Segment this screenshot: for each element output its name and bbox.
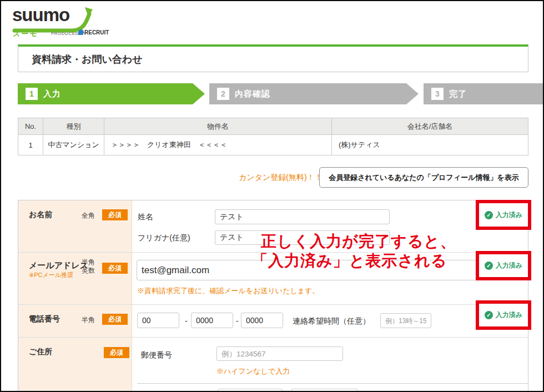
step-label: 内容確認 <box>235 89 270 99</box>
table-row: 1 中古マンション ＞＞＞＞ クリオ東神田 ＜＜＜＜ (株)サティス <box>18 135 528 155</box>
step-number: 1 <box>26 88 38 100</box>
step-confirm: 2 内容確認 <box>209 83 419 104</box>
phone-part2-input[interactable] <box>191 313 233 328</box>
step-complete: 3 完了 <box>424 83 544 104</box>
check-circle-icon: ✓ <box>485 211 493 219</box>
address-divider <box>137 383 528 384</box>
step-label: 入力 <box>43 89 61 99</box>
email-label-cell: メールアドレス ※PCメール推奨 半角 英数 必須 <box>18 253 132 304</box>
annotation-line2: 「入力済み」と表示される <box>252 250 447 272</box>
zip-input[interactable] <box>216 346 343 361</box>
easy-register-promo: カンタン登録(無料)！！ <box>239 168 323 187</box>
phone-part3-input[interactable] <box>241 313 283 328</box>
col-company: 会社名/店舗名 <box>332 118 528 135</box>
done-badge-label: 入力済み <box>496 261 522 270</box>
email-pc-note: ※PCメール推奨 <box>29 271 73 279</box>
check-circle-icon: ✓ <box>485 311 493 319</box>
phone-row: 電話番号 半角 必須 - - 連絡希望時間（任意） <box>18 305 528 338</box>
cell-type: 中古マンション <box>43 135 104 155</box>
family-name-label: 姓名 <box>138 212 153 222</box>
email-format-2: 英数 <box>82 266 95 275</box>
recruit-label: RECRUIT <box>84 29 109 36</box>
phone-separator: - <box>236 316 239 325</box>
cell-no: 1 <box>18 135 43 155</box>
step-number: 2 <box>217 88 229 100</box>
progress-steps: 1 入力 2 内容確認 3 完了 <box>18 83 528 104</box>
show-profile-button[interactable]: 会員登録されているあなたの「プロフィール情報」を表示 <box>319 167 528 188</box>
done-badge-label: 入力済み <box>496 310 522 320</box>
name-label: お名前 <box>29 210 52 220</box>
email-confirm-note: ※資料請求完了後に、確認メールをお送りいたします。 <box>137 286 319 296</box>
suumo-logo[interactable]: suumo スーモ PRODUCED BY RECRUIT <box>11 4 117 38</box>
page-title-box: 資料請求・お問い合わせ <box>18 44 528 72</box>
inquiry-form: お名前 全角 必須 姓名 フリガナ(任意) メールアドレス ※PCメール推奨 半… <box>18 200 528 392</box>
phone-label: 電話番号 <box>29 314 60 324</box>
property-table: No. 種別 物件名 会社名/店舗名 1 中古マンション ＞＞＞＞ クリオ東神田… <box>18 118 528 155</box>
phone-field-cell: - - 連絡希望時間（任意） <box>132 305 528 337</box>
required-badge: 必須 <box>104 347 129 358</box>
contact-time-input[interactable] <box>380 313 431 328</box>
zip-note: ※ハイフンなしで入力 <box>216 366 290 376</box>
contact-time-label: 連絡希望時間（任意） <box>293 316 370 326</box>
city-select[interactable] <box>291 389 358 392</box>
col-type: 種別 <box>43 118 104 135</box>
required-badge: 必須 <box>102 263 128 274</box>
annotation-line1: 正しく入力が完了すると、 <box>261 231 456 252</box>
done-badge-label: 入力済み <box>496 210 522 220</box>
name-format: 全角 <box>82 211 95 220</box>
kana-label: フリガナ(任意) <box>138 233 190 243</box>
col-no: No. <box>18 118 43 135</box>
done-highlight-name: ✓ 入力済み <box>476 200 531 230</box>
name-label-cell: お名前 全角 必須 <box>18 200 132 252</box>
cell-company: (株)サティス <box>332 135 528 155</box>
brand-wordmark: suumo <box>12 4 69 26</box>
suumo-inquiry-page: suumo スーモ PRODUCED BY RECRUIT 資料請求・お問い合わ… <box>0 0 544 392</box>
phone-format: 半角 <box>82 315 95 325</box>
page-title: 資料請求・お問い合わせ <box>32 53 143 66</box>
property-table-header: No. 種別 物件名 会社名/店舗名 <box>18 118 528 135</box>
brand-kana: スーモ <box>13 29 38 39</box>
phone-separator: - <box>185 316 188 325</box>
phone-label-cell: 電話番号 半角 必須 <box>18 305 132 337</box>
email-label: メールアドレス <box>29 260 88 271</box>
family-name-input[interactable] <box>215 209 390 224</box>
step-label: 完了 <box>449 89 467 99</box>
recruit-mark-icon <box>78 29 84 35</box>
address-field-cell: 郵便番号 ※ハイフンなしで入力 <box>132 338 528 392</box>
zip-label: 郵便番号 <box>141 350 172 360</box>
prefecture-select[interactable] <box>218 389 283 392</box>
done-highlight-email: ✓ 入力済み <box>476 251 531 280</box>
phone-part1-input[interactable] <box>137 313 179 328</box>
col-property: 物件名 <box>104 118 332 135</box>
cell-property: ＞＞＞＞ クリオ東神田 ＜＜＜＜ <box>104 135 332 155</box>
address-label: ご住所 <box>29 347 52 357</box>
required-badge: 必須 <box>102 209 128 220</box>
done-highlight-phone: ✓ 入力済み <box>476 300 531 330</box>
check-circle-icon: ✓ <box>485 262 493 270</box>
step-number: 3 <box>431 88 444 100</box>
address-label-cell: ご住所 必須 <box>18 338 132 392</box>
step-input: 1 入力 <box>18 83 205 104</box>
required-badge: 必須 <box>102 314 128 325</box>
address-row: ご住所 必須 郵便番号 ※ハイフンなしで入力 <box>18 338 528 392</box>
